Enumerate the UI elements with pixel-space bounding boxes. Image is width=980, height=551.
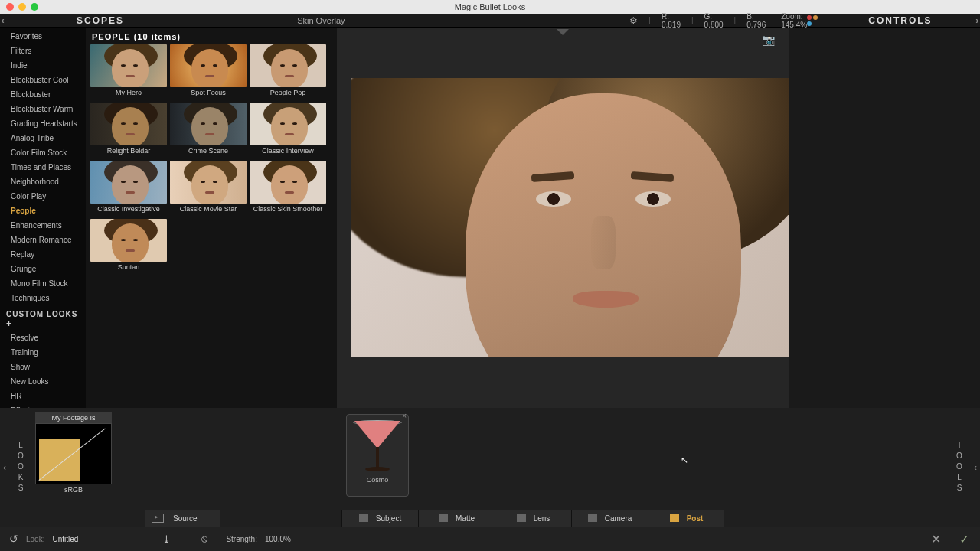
category-sidebar: FavoritesFiltersIndieBlockbuster CoolBlo… bbox=[0, 28, 86, 408]
stage-camera[interactable]: Camera bbox=[571, 510, 648, 527]
plus-icon[interactable]: + bbox=[6, 318, 12, 329]
stage-icon bbox=[439, 514, 448, 522]
sidebar-item-mono-film-stock[interactable]: Mono Film Stock bbox=[0, 276, 86, 291]
tools-tab[interactable]: TOOLS bbox=[948, 408, 971, 527]
preset-classic-interview[interactable]: Classic Interview bbox=[250, 103, 326, 158]
stage-label: Subject bbox=[376, 514, 401, 523]
preset-label: Spot Focus bbox=[170, 87, 247, 99]
stage-subject[interactable]: Subject bbox=[341, 510, 418, 527]
looks-tab[interactable]: LOOKS bbox=[9, 408, 32, 527]
preset-label: Suntan bbox=[90, 262, 167, 274]
undo-icon[interactable]: ↺ bbox=[9, 533, 18, 545]
apply-button[interactable]: ✓ bbox=[959, 532, 969, 546]
sidebar-item-show[interactable]: Show bbox=[0, 360, 86, 374]
look-label: Look: bbox=[26, 535, 44, 543]
stage-label: Post bbox=[687, 514, 704, 523]
rg-logo-icon bbox=[807, 15, 818, 27]
sidebar-item-blockbuster-warm[interactable]: Blockbuster Warm bbox=[0, 102, 86, 116]
sidebar-item-replay[interactable]: Replay bbox=[0, 247, 86, 262]
cosmo-tool-card[interactable]: × Cosmo bbox=[346, 414, 409, 497]
stage-icon bbox=[670, 514, 679, 522]
preset-crime-scene[interactable]: Crime Scene bbox=[170, 103, 247, 158]
chevron-right-icon[interactable]: › bbox=[974, 15, 980, 26]
preset-label: Crime Scene bbox=[170, 145, 247, 158]
footage-curve bbox=[35, 423, 112, 484]
custom-looks-header[interactable]: CUSTOM LOOKS + bbox=[0, 305, 86, 331]
sidebar-item-analog-tribe[interactable]: Analog Tribe bbox=[0, 131, 86, 145]
stage-post[interactable]: Post bbox=[648, 510, 724, 527]
preset-relight-beldar[interactable]: Relight Beldar bbox=[90, 103, 167, 158]
sidebar-item-new-looks[interactable]: New Looks bbox=[0, 374, 86, 389]
stage-label: Camera bbox=[605, 514, 632, 523]
footage-card[interactable]: My Footage Is sRGB bbox=[35, 412, 112, 527]
cancel-button[interactable]: ✕ bbox=[931, 532, 941, 546]
footage-footer: sRGB bbox=[35, 484, 112, 495]
preset-classic-skin-smoother[interactable]: Classic Skin Smoother bbox=[250, 161, 326, 216]
strength-label: Strength: bbox=[226, 535, 257, 543]
sidebar-item-neighborhood[interactable]: Neighborhood bbox=[0, 174, 86, 189]
tools-expand-icon[interactable]: ‹ bbox=[971, 408, 980, 527]
top-header: ‹ SCOPES Skin Overlay ⚙ | R: 0.819 | G: … bbox=[0, 14, 980, 28]
sidebar-item-resolve[interactable]: Resolve bbox=[0, 331, 86, 345]
look-value[interactable]: Untitled bbox=[52, 535, 78, 543]
stage-icon bbox=[359, 514, 368, 522]
overlay-mode[interactable]: Skin Overlay bbox=[194, 16, 447, 25]
window-title: Magic Bullet Looks bbox=[0, 2, 980, 11]
stage-lens[interactable]: Lens bbox=[495, 510, 571, 527]
preset-classic-movie-star[interactable]: Classic Movie Star bbox=[170, 161, 247, 216]
chevron-left-icon[interactable]: ‹ bbox=[0, 15, 6, 26]
sidebar-item-indie[interactable]: Indie bbox=[0, 58, 86, 73]
cosmo-label: Cosmo bbox=[347, 474, 408, 484]
readout-r: R: 0.819 bbox=[662, 12, 681, 29]
controls-panel bbox=[789, 28, 980, 408]
disable-icon[interactable]: ⦸ bbox=[201, 533, 207, 545]
preset-people-pop[interactable]: People Pop bbox=[250, 44, 326, 99]
sidebar-item-blockbuster[interactable]: Blockbuster bbox=[0, 87, 86, 102]
scopes-title: SCOPES bbox=[6, 15, 195, 26]
sidebar-item-grading-headstarts[interactable]: Grading Headstarts bbox=[0, 116, 86, 131]
strength-value[interactable]: 100.0% bbox=[265, 535, 291, 543]
stage-icon bbox=[517, 514, 526, 522]
preview-canvas[interactable] bbox=[351, 78, 789, 357]
save-icon[interactable]: ⤓ bbox=[162, 533, 171, 545]
footage-header: My Footage Is bbox=[35, 412, 112, 423]
preset-label: Relight Beldar bbox=[90, 145, 167, 158]
close-icon[interactable]: × bbox=[402, 412, 407, 420]
stage-label: Matte bbox=[456, 514, 475, 523]
sidebar-item-techniques[interactable]: Techniques bbox=[0, 291, 86, 305]
source-label: Source bbox=[173, 514, 198, 523]
looks-expand-icon[interactable]: ‹ bbox=[0, 408, 9, 527]
sidebar-item-favorites[interactable]: Favorites bbox=[0, 29, 86, 44]
cosmo-icon bbox=[354, 421, 400, 474]
preset-label: Classic Interview bbox=[250, 145, 326, 158]
preset-suntan[interactable]: Suntan bbox=[90, 219, 167, 274]
sidebar-item-modern-romance[interactable]: Modern Romance bbox=[0, 233, 86, 247]
source-icon bbox=[152, 514, 164, 523]
sidebar-item-grunge[interactable]: Grunge bbox=[0, 262, 86, 276]
preset-label: Classic Movie Star bbox=[170, 204, 247, 216]
stage-icon bbox=[588, 514, 597, 522]
sidebar-item-training[interactable]: Training bbox=[0, 345, 86, 360]
sidebar-item-people[interactable]: People bbox=[0, 204, 86, 218]
sidebar-item-color-film-stock[interactable]: Color Film Stock bbox=[0, 145, 86, 160]
sidebar-item-hr[interactable]: HR bbox=[0, 389, 86, 403]
sidebar-item-blockbuster-cool[interactable]: Blockbuster Cool bbox=[0, 73, 86, 87]
gear-icon[interactable]: ⚙ bbox=[629, 15, 638, 26]
sidebar-item-times-and-places[interactable]: Times and Places bbox=[0, 160, 86, 174]
sidebar-item-filters[interactable]: Filters bbox=[0, 44, 86, 58]
sidebar-item-enhancements[interactable]: Enhancements bbox=[0, 218, 86, 233]
chain-area[interactable]: × Cosmo Source SubjectMatteLensCameraPos… bbox=[112, 408, 948, 527]
preset-spot-focus[interactable]: Spot Focus bbox=[170, 44, 247, 99]
sidebar-item-color-play[interactable]: Color Play bbox=[0, 189, 86, 204]
stage-matte[interactable]: Matte bbox=[418, 510, 495, 527]
preset-my-hero[interactable]: My Hero bbox=[90, 44, 167, 99]
preset-label: My Hero bbox=[90, 87, 167, 99]
readout-b: B: 0.796 bbox=[746, 12, 766, 29]
source-stage[interactable]: Source bbox=[145, 510, 220, 527]
camera-icon[interactable]: 📷 bbox=[762, 34, 775, 46]
presets-panel: PEOPLE (10 items) My HeroSpot FocusPeopl… bbox=[86, 28, 337, 408]
viewer-panel: 📷 bbox=[337, 28, 789, 408]
readout-g: G: 0.800 bbox=[704, 12, 724, 29]
preset-classic-investigative[interactable]: Classic Investigative bbox=[90, 161, 167, 216]
controls-title: CONTROLS bbox=[827, 15, 975, 26]
